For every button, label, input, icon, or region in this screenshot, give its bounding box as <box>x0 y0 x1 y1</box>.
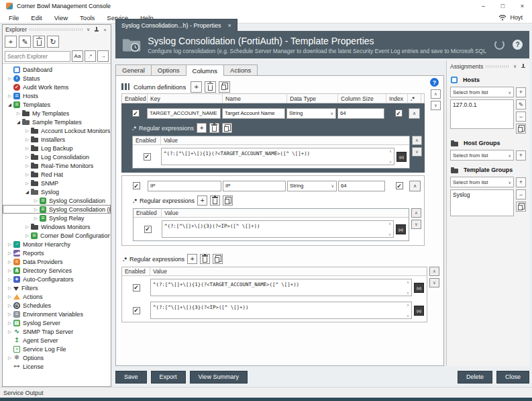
expander-icon[interactable]: ▷ <box>24 231 30 240</box>
remove-host-button[interactable]: − <box>516 112 526 122</box>
copy-column-button[interactable] <box>219 81 230 93</box>
regex-value-input[interactable]: ^(?:[^\[]+\[){3}(?<IP>([^ \[]+)) ∧∨ <box>150 302 412 319</box>
export-button[interactable]: Export <box>151 371 186 384</box>
tree-item-snmp[interactable]: ▷SNMP <box>3 179 111 187</box>
drag-handle[interactable] <box>30 28 83 31</box>
tree-item-windows-monitors[interactable]: ▷Windows Monitors <box>3 222 111 231</box>
data-type-select[interactable]: String∨ <box>287 181 337 191</box>
tree-item-auto-configurators[interactable]: ▷Auto-Configurators <box>3 275 111 283</box>
copy-template-group-button[interactable] <box>516 202 526 212</box>
tab-options[interactable]: Options <box>151 64 187 75</box>
delete-regex-button[interactable] <box>200 254 210 264</box>
tree-item-red-hat[interactable]: ▷Red Hat <box>3 170 111 179</box>
add-regex-button[interactable]: + <box>197 123 207 133</box>
expander-icon[interactable]: ▷ <box>7 318 13 327</box>
insert-variable-button[interactable]: {x} <box>396 224 406 234</box>
add-regex-button[interactable]: + <box>197 195 207 206</box>
regex-enabled-checkbox[interactable] <box>133 307 140 314</box>
column-row-ip[interactable]: IP IP String∨ 64 ∧ .* Regular expression… <box>121 175 425 246</box>
index-checkbox[interactable] <box>395 109 403 117</box>
move-down-button[interactable]: ∨ <box>412 147 422 157</box>
expander-icon[interactable]: ▷ <box>7 74 13 83</box>
user-box[interactable]: Hoyt <box>498 14 532 21</box>
tree-item-agent-server[interactable]: Agent Server <box>3 336 111 345</box>
tree-item-syslog-consolidation[interactable]: ▷Syslog Consolidation <box>3 196 111 205</box>
expander-icon[interactable]: ▷ <box>33 205 39 214</box>
column-enabled-checkbox[interactable] <box>132 109 140 117</box>
regex-row[interactable]: ^(?:[^\[]+\[){1}(?<TARGET_ACCOUNT_NAME>(… <box>122 276 427 299</box>
copy-regex-button[interactable] <box>213 254 223 264</box>
regex-value-input[interactable]: ^(?:[^\[]+\[){1}(?<TARGET_ACCOUNT_NAME>(… <box>161 148 394 165</box>
expander-icon[interactable]: ▷ <box>24 222 30 231</box>
column-name-input[interactable]: Target Account Name <box>222 108 285 119</box>
menu-tools[interactable]: Tools <box>74 14 101 21</box>
menu-edit[interactable]: Edit <box>25 14 48 21</box>
tree-item-directory-services[interactable]: ▷Directory Services <box>3 266 111 275</box>
insert-variable-button[interactable]: {x} <box>414 306 424 316</box>
value-scroll-icons[interactable]: ∧∨ <box>388 149 393 164</box>
expander-icon[interactable]: ▷ <box>24 126 30 135</box>
collapse-row-button[interactable]: ∧ <box>409 108 420 119</box>
host-groups-select[interactable]: Select from list∨ <box>450 150 514 161</box>
tree-item-log-backup[interactable]: ▷Log Backup <box>3 144 111 152</box>
delete-regex-button[interactable] <box>210 195 220 206</box>
delete-button[interactable] <box>33 36 45 48</box>
scroll-up-button[interactable]: ∧ <box>431 89 441 99</box>
expander-icon[interactable]: ▷ <box>24 144 30 152</box>
expander-icon[interactable]: ▷ <box>7 240 13 249</box>
regex-value-input[interactable]: ^(?:[^\[]+\[){1}(?<TARGET_ACCOUNT_NAME>(… <box>150 279 412 296</box>
close-panel-icon[interactable]: × <box>102 28 108 32</box>
regex-row[interactable]: ^(?:[^\[]+\[){3}(?<IP>([^ \[]+)) ∧∨ {x} <box>122 299 427 322</box>
tab-columns[interactable]: Columns <box>186 64 225 76</box>
copy-regex-button[interactable] <box>223 195 233 206</box>
expander-icon[interactable]: ▷ <box>7 310 13 318</box>
move-down-button[interactable]: ∨ <box>429 278 439 287</box>
expander-icon[interactable]: ▷ <box>15 109 21 118</box>
expander-icon[interactable]: ▷ <box>33 214 39 222</box>
expander-icon[interactable]: ▷ <box>7 327 13 336</box>
value-scroll-icons[interactable]: ∧∨ <box>405 280 411 295</box>
tree-item-environment-variables[interactable]: ▷Environment Variables <box>3 310 111 318</box>
chevron-down-icon[interactable]: ∨ <box>512 64 518 69</box>
move-down-button[interactable]: ∨ <box>411 220 421 229</box>
delete-column-button[interactable] <box>205 81 216 93</box>
expander-icon[interactable]: ▷ <box>7 275 13 283</box>
edit-button[interactable]: ✎ <box>19 36 31 48</box>
expander-icon[interactable]: ▷ <box>24 161 30 170</box>
tree-item-syslog-relay[interactable]: ▷Syslog Relay <box>3 214 111 222</box>
column-row-target-account-name[interactable]: TARGET_ACCOUNT_NAME Target Account Name … <box>121 103 425 173</box>
expander-icon[interactable]: ▷ <box>24 152 30 161</box>
index-checkbox[interactable] <box>396 182 403 189</box>
template-groups-list[interactable]: Syslog <box>450 189 514 216</box>
tree-item-service-log-file[interactable]: Service Log File <box>3 345 111 353</box>
search-go-button[interactable]: → <box>97 50 109 62</box>
edit-host-button[interactable]: ✎ <box>516 99 526 109</box>
banner-help-icon[interactable]: ? <box>513 40 523 50</box>
add-host-group-button[interactable]: + <box>516 150 526 161</box>
tree-item-my-templates[interactable]: ▷My Templates <box>3 109 111 118</box>
tab-general[interactable]: General <box>115 64 152 75</box>
collapse-row-button[interactable]: ∧ <box>409 181 421 191</box>
tree-item-dashboard[interactable]: Dashboard <box>3 65 111 74</box>
template-groups-select[interactable]: Select from list∨ <box>450 177 514 187</box>
scroll-down-button[interactable]: ∨ <box>431 101 441 110</box>
column-key-input[interactable]: TARGET_ACCOUNT_NAME <box>147 108 221 119</box>
tree-item-schedules[interactable]: ▷Schedules <box>3 301 111 310</box>
expander-icon[interactable]: ▷ <box>7 91 13 100</box>
tree-item-real-time-monitors[interactable]: ▷Real-Time Monitors <box>3 161 111 170</box>
delete-button[interactable]: Delete <box>458 371 492 384</box>
copy-host-button[interactable] <box>516 124 526 134</box>
copy-regex-button[interactable] <box>222 123 232 133</box>
tree-item-syslog-server[interactable]: ▷Syslog Server <box>3 318 111 327</box>
help-icon[interactable]: ? <box>430 78 439 87</box>
remove-template-group-button[interactable]: − <box>516 189 526 199</box>
expander-icon[interactable]: ▷ <box>24 179 30 187</box>
menu-file[interactable]: File <box>3 14 25 21</box>
expander-icon[interactable]: ▷ <box>7 266 13 275</box>
minimize-button[interactable]: – <box>474 0 493 12</box>
move-up-button[interactable]: ∧ <box>411 208 421 218</box>
tree-item-data-providers[interactable]: ▷Data Providers <box>3 257 111 266</box>
expander-icon[interactable]: ▷ <box>24 170 30 179</box>
expander-icon[interactable]: ▷ <box>7 257 13 266</box>
add-regex-button[interactable]: + <box>187 254 197 264</box>
